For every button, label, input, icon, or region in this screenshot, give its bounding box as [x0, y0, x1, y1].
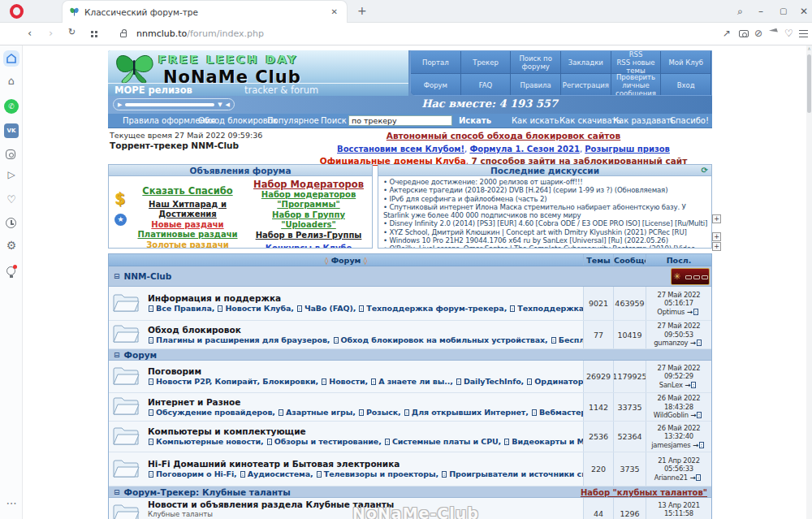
bookmark-heart-icon[interactable]: ♡ [784, 28, 793, 39]
subforum-link[interactable]: Обсуждение провайдеров [156, 408, 272, 417]
expand-button[interactable]: + [712, 214, 721, 223]
easy-access-icon[interactable] [91, 31, 98, 38]
nav-item[interactable]: FAQ [461, 74, 512, 96]
subforum-link[interactable]: Проигрыватели и источники сигнала [449, 469, 583, 478]
forum-title-link[interactable]: Компьютеры и комплектующие [148, 426, 583, 437]
forum-title-link[interactable]: Hi-Fi Домашний кинотеатр и Бытовая элект… [148, 459, 583, 469]
subforum-link[interactable]: Компьютерные новости [156, 437, 261, 446]
favorites-heart-icon[interactable]: ♡ [0, 193, 23, 205]
panel-link[interactable]: Золотые раздачи [130, 240, 245, 249]
panel-link[interactable]: Конкурсы в Клубе [245, 244, 372, 248]
discussion-link[interactable]: Спутниковый интернет Илона Маска стремит… [383, 203, 708, 220]
category-nnm-club[interactable]: ⊟ NNM-Club ✳ [109, 266, 711, 287]
search-button[interactable]: Искать [459, 116, 491, 125]
opera-logo-icon[interactable] [10, 4, 24, 19]
nav-item[interactable]: Поиск по форуму [511, 51, 561, 74]
announce-link[interactable]: Розыгрыш призов [585, 145, 670, 154]
search-input[interactable] [348, 115, 452, 126]
nav-item[interactable]: Трекер [461, 51, 512, 74]
strip-link[interactable]: Как искать [512, 116, 559, 125]
discussion-link[interactable]: Disney Infinity 2.0 (2014) [PS3] [EUR] 4… [383, 219, 708, 227]
discussion-link[interactable]: Windows 10 Pro 21H2 19044.1706 x64 ru by… [383, 236, 708, 244]
subforum-link[interactable]: Плагины и расширения для браузеров [156, 335, 327, 344]
discussion-link[interactable]: Очередное достижение: 2000 релизов от ша… [383, 178, 708, 186]
latest-post-icon[interactable]: → [687, 308, 701, 316]
blocker-icon[interactable]: ⊘ [754, 28, 762, 39]
nav-item[interactable]: Портал [411, 51, 461, 74]
expand-button[interactable]: + [712, 232, 721, 241]
latest-post-icon[interactable]: → [690, 411, 704, 419]
minimize-button[interactable]: – [758, 6, 763, 17]
panel-link[interactable]: Сказать Спасибо [130, 186, 245, 197]
nav-item[interactable]: Закладки [561, 51, 611, 74]
tab-search-icon[interactable]: ⌕ [737, 6, 743, 17]
subforum-link[interactable]: Бесплатные VPN сервисы [559, 335, 583, 344]
strip-link[interactable]: Как раздавать [613, 116, 676, 125]
tab-close-icon[interactable]: ✕ [329, 7, 340, 16]
new-tab-button[interactable]: + [357, 4, 367, 17]
latest-post-icon[interactable]: → [693, 441, 706, 449]
panel-link[interactable]: Платиновые раздачи [130, 230, 245, 240]
talents-recruit-link[interactable]: Набор "клубных талантов" [581, 487, 707, 499]
forum-title-link[interactable]: Поговорим [148, 366, 583, 377]
subforum-link[interactable]: Розыск [366, 408, 398, 417]
discussion-link[interactable]: Актерские трагедии (2018-2022) DVB [H.26… [383, 186, 708, 194]
strip-link[interactable]: Обход блокировок [198, 116, 278, 125]
subforum-link[interactable]: Поговорим о Hi-Fi [156, 469, 234, 478]
event-banner[interactable]: ✳ [671, 268, 710, 285]
share-icon[interactable]: ↗ [723, 28, 731, 39]
lastpost-user[interactable]: SanLex [659, 381, 683, 389]
forum-title-link[interactable]: Обход блокировок [148, 325, 583, 335]
scrollbar-thumb[interactable] [807, 54, 811, 113]
panel-link[interactable]: Набор в Группу "Uploaders" [245, 210, 372, 231]
nav-item[interactable]: Регистрация [561, 74, 611, 96]
nav-item[interactable]: Вход [661, 74, 711, 96]
settings-gear-icon[interactable]: ⚙ [0, 239, 23, 252]
announce-link[interactable]: Автономный способ обхода блокировок сайт… [387, 131, 620, 141]
expand-button[interactable]: + [712, 242, 721, 251]
lastpost-user[interactable]: jamesjames [651, 441, 690, 449]
strip-link[interactable]: Спасибо! [670, 116, 709, 125]
panel-link[interactable]: Новые раздачи [130, 220, 245, 231]
subforum-link[interactable]: Азартные игры [286, 408, 352, 417]
nav-item[interactable]: Мой Клуб [661, 51, 711, 74]
page-scrollbar[interactable]: ∧ [806, 45, 812, 519]
home-icon[interactable]: ⌂ [0, 75, 23, 87]
subforum-link[interactable]: Новости [329, 377, 365, 386]
subforum-link[interactable]: Видеокарты и Мониторы [512, 437, 583, 446]
strip-link[interactable]: Популярное [267, 116, 319, 125]
subforum-link[interactable]: ЧаВо (FAQ) [304, 304, 353, 313]
flow-icon[interactable] [769, 28, 779, 38]
subforum-link[interactable]: Обзоры и тестирование [274, 437, 378, 446]
lastpost-user[interactable]: WildGoblin [654, 411, 689, 419]
refresh-icon[interactable]: ⟳ [702, 165, 708, 176]
announce-link[interactable]: Формула 1. Сезон 2021 [469, 145, 579, 154]
nav-item[interactable]: Правила [511, 74, 561, 96]
browser-tab[interactable]: Классический форум-тре ✕ [62, 0, 348, 23]
latest-post-icon[interactable]: → [685, 381, 698, 389]
panel-link[interactable]: Набор в Релиз-Группы [245, 231, 372, 241]
subforum-link[interactable]: Техподдержка форум-трекера [366, 304, 503, 313]
subforum-link[interactable]: Для открывших Интернет [412, 408, 525, 417]
panel-link[interactable]: Наш Хитпарад и Достижения [130, 200, 245, 220]
subforum-link[interactable]: А знаете ли вы.. [378, 377, 450, 386]
forum-title-link[interactable]: Интернет и Разное [148, 397, 583, 408]
subforum-link[interactable]: DailyTechInfo [464, 377, 521, 386]
scroll-up-icon[interactable]: ∧ [806, 45, 812, 51]
latest-post-icon[interactable]: → [690, 339, 704, 347]
panel-link[interactable]: Набор модераторов "Программы" [245, 190, 372, 210]
nav-item[interactable]: Форум [411, 74, 461, 96]
snapshot-icon[interactable] [739, 30, 749, 37]
latest-post-icon[interactable]: → [689, 474, 703, 482]
panel-link[interactable]: Набор Модераторов [245, 179, 372, 190]
lastpost-user[interactable]: gumanzoy [654, 339, 688, 347]
lock-icon[interactable] [120, 32, 127, 37]
category-club-talents[interactable]: ⊟ Форум-Трекер: Клубные таланты Набор "к… [109, 487, 711, 498]
close-button[interactable]: ✕ [800, 6, 808, 17]
subforum-link[interactable]: Все Правила [156, 304, 212, 313]
forward-icon[interactable]: › [49, 27, 53, 39]
lastpost-user[interactable]: Arianne21 [654, 474, 688, 482]
maximize-button[interactable]: ▢ [780, 6, 787, 15]
discussion-link[interactable]: XYZ School, Дмитрий Клюшкин | Concept ar… [383, 228, 708, 236]
radio-player[interactable]: ▶ ▼ ◀ [113, 98, 235, 110]
